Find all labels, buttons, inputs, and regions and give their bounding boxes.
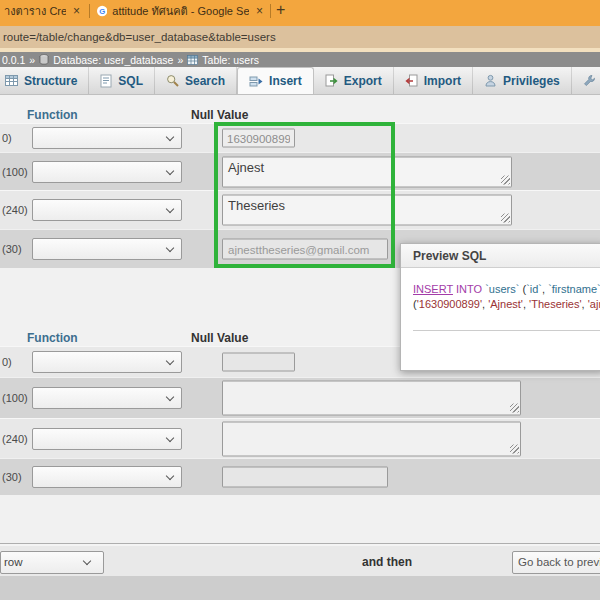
tab-search[interactable]: Search [155,67,237,94]
function-header: Function [27,108,78,122]
browser-tab-create-table[interactable]: างตาราง Create Tab × [0,0,86,22]
breadcrumb-table[interactable]: Table: users [202,54,259,66]
resize-grip-icon[interactable] [501,214,510,223]
database-icon [39,54,49,65]
sql-icon [100,74,112,88]
value-textarea-wrap [222,421,521,456]
chevron-down-icon [166,166,174,174]
tab-divider [89,4,90,18]
tab-label: SQL [118,74,143,88]
resize-grip-icon[interactable] [510,444,519,453]
value-textarea-wrap [222,381,521,416]
chevron-down-icon [166,205,174,213]
tab-sql[interactable]: SQL [89,67,155,94]
url-text: route=/table/change&db=user_database&tab… [3,31,276,43]
value-textarea-lastname[interactable] [222,421,521,456]
null-header: Null [191,108,214,122]
structure-icon [5,74,18,87]
preview-sql-dialog: Preview SQL INSERT INTO `users` (`id`, `… [400,243,600,371]
function-select[interactable] [32,387,182,409]
breadcrumb-server[interactable]: 0.0.1 [2,54,25,66]
column-type-label: 0) [2,132,12,144]
tab-structure[interactable]: Structure [0,67,89,94]
phpmyadmin-insert-page: างตาราง Create Tab × G attitude ทัศนคติ … [0,0,600,600]
chevron-down-icon [83,557,91,565]
browser-tab-google-search[interactable]: G attitude ทัศนคติ - Google Search × [93,0,269,22]
function-select[interactable] [32,127,182,149]
function-select[interactable] [32,161,182,183]
address-bar[interactable]: route=/table/change&db=user_database&tab… [0,26,600,48]
page-bottom-area [0,576,600,600]
close-icon[interactable]: × [254,4,265,18]
operations-icon [583,74,596,87]
breadcrumb: 0.0.1 » Database: user_database » Table:… [0,52,600,67]
tab-label: Structure [24,74,77,88]
column-type-label: (30) [2,243,22,255]
column-type-label: (240) [2,433,28,445]
column-type-label: (30) [2,471,22,483]
insert-icon [249,75,263,88]
sql-line-1: INSERT INTO `users` (`id`, `firstname`, … [413,282,600,297]
tab-title: attitude ทัศนคติ - Google Search [112,2,249,20]
chevron-down-icon [166,472,174,480]
preview-sql-title: Preview SQL [401,244,600,268]
tab-label: Privileges [503,74,560,88]
google-favicon-icon: G [97,5,107,17]
tab-label: Export [344,74,382,88]
function-header: Function [27,331,78,345]
browser-tab-strip: างตาราง Create Tab × G attitude ทัศนคติ … [0,0,600,26]
tab-divider [270,4,271,18]
highlight-box [214,122,395,268]
null-header: Null [191,331,214,345]
svg-text:G: G [99,7,105,16]
dialog-divider [413,330,600,331]
value-input-id[interactable] [222,353,295,372]
chevron-down-icon [166,433,174,441]
chevron-down-icon [166,357,174,365]
close-icon[interactable]: × [71,4,82,18]
function-select[interactable] [32,238,182,260]
tab-import[interactable]: Import [394,67,473,94]
preview-sql-code: INSERT INTO `users` (`id`, `firstname`, … [401,268,600,331]
tab-insert[interactable]: Insert [237,67,314,94]
function-select[interactable] [32,466,182,488]
new-tab-button[interactable]: + [276,1,285,19]
after-insert-select[interactable]: Go back to previou [512,551,600,574]
select-value: Go back to previou [518,556,600,568]
resize-grip-icon[interactable] [501,175,510,184]
column-type-label: 0) [2,356,12,368]
table-icon [187,55,198,65]
breadcrumb-database[interactable]: Database: user_database [53,54,173,66]
export-icon [325,74,338,87]
tab-operations[interactable]: Operations [572,67,600,94]
field-row-email-2: (30) [0,458,600,495]
value-header: Value [217,331,248,345]
search-icon [166,74,179,87]
chevron-down-icon [166,393,174,401]
chevron-down-icon [166,244,174,252]
import-icon [405,74,418,87]
value-input-email[interactable] [222,467,388,488]
tab-title: างตาราง Create Tab [4,2,66,20]
chevron-down-icon [166,133,174,141]
sql-line-2: ('1630900899', 'Ajnest', 'Theseries', 'a… [413,297,600,312]
column-type-label: (100) [2,166,28,178]
tab-export[interactable]: Export [314,67,394,94]
tab-label: Search [185,74,225,88]
value-textarea-firstname[interactable] [222,381,521,416]
value-header: Value [217,108,248,122]
field-row-lastname-2: (240) [0,418,600,458]
footer-actions: row and then Go back to previou [0,546,600,576]
function-select[interactable] [32,351,182,373]
tab-label: Insert [269,74,302,88]
resize-grip-icon[interactable] [510,404,519,413]
breadcrumb-separator: » [29,54,35,66]
column-type-label: (240) [2,204,28,216]
column-type-label: (100) [2,392,28,404]
breadcrumb-separator: » [177,54,183,66]
function-select[interactable] [32,428,182,450]
tab-privileges[interactable]: Privileges [473,67,572,94]
insert-rows-select[interactable]: row [0,551,104,574]
tab-label: Import [424,74,461,88]
function-select[interactable] [32,199,182,221]
